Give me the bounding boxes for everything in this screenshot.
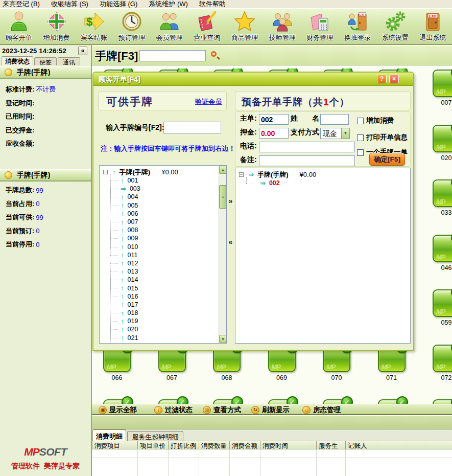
pay-method-select[interactable]: 现金 ▼ — [320, 128, 350, 139]
checkbox[interactable] — [357, 118, 364, 124]
tag-card[interactable]: MP ✓ 085 — [423, 398, 452, 404]
remark-input[interactable] — [259, 155, 355, 166]
menu-item[interactable]: 收银结算 (S) — [51, 0, 88, 9]
tab-consume-detail[interactable]: 消费明细 — [92, 429, 126, 441]
confirm-button[interactable]: 确定[F5] — [369, 153, 405, 166]
checkout-button[interactable]: $ 宾客结账 — [75, 9, 113, 44]
tree-root-row[interactable]: − ⇒ 手牌(手牌) ¥0.00 — [235, 170, 410, 179]
search-input[interactable] — [139, 50, 206, 61]
view-toolbar-button[interactable]: ↻ 刷新显示 — [251, 405, 290, 414]
tab-message[interactable]: 通讯 — [58, 57, 80, 65]
tag-card[interactable]: MP ✓ 079 — [94, 398, 149, 404]
deposit-input[interactable] — [259, 128, 289, 139]
dialog-help-button[interactable]: ? — [377, 75, 387, 83]
tree-item[interactable]: ↑ 012 — [100, 259, 226, 267]
tree-item[interactable]: ↑ 013 — [100, 267, 226, 276]
tree-item[interactable]: ↑ 019 — [100, 317, 226, 325]
tag-card[interactable]: MP ✓ 007 — [423, 69, 452, 124]
sidebar-collapse-button[interactable]: « — [78, 47, 87, 55]
tag-card[interactable]: MP ✓ 070 — [314, 344, 369, 399]
collapse-minus-icon[interactable]: − — [103, 170, 108, 174]
view-toolbar-button[interactable]: ↓ 过滤状态 — [154, 405, 193, 414]
menu-item[interactable]: 来宾登记 (B) — [3, 0, 40, 9]
table-column-header[interactable]: 打折比例 — [169, 441, 199, 449]
move-left-button[interactable]: « — [227, 238, 234, 246]
tag-number-input[interactable] — [163, 122, 221, 133]
business-query-button[interactable]: 营业查询 — [188, 9, 226, 44]
tag-card[interactable]: MP ✓ 083 — [314, 398, 369, 404]
tree-item[interactable]: ↑ 014 — [100, 276, 226, 284]
tree-item[interactable]: ↑ 009 — [100, 234, 226, 242]
tab-attendant-detail[interactable]: 服务生起钟明细 — [127, 431, 183, 441]
tag-card[interactable]: MP ✓ 082 — [259, 398, 314, 404]
finance-manage-button[interactable]: 财务管理 — [301, 9, 339, 44]
tree-item[interactable]: ↑ 018 — [100, 309, 226, 317]
tree-item[interactable]: ↑ 021 — [100, 334, 226, 342]
tree-item[interactable]: ↑ 022 — [100, 342, 226, 344]
table-column-header[interactable]: 消费时间 — [260, 441, 317, 449]
add-consume-button[interactable]: 增加消费 — [38, 9, 76, 44]
table-column-header[interactable]: 消费金额 — [230, 441, 260, 449]
tab-consume-status[interactable]: 消费状态 — [2, 56, 33, 65]
checkbox[interactable] — [357, 134, 364, 141]
tag-card[interactable]: MP ✓ 081 — [204, 398, 259, 404]
tab-memo[interactable]: 便签 — [34, 57, 57, 65]
scroll-up-button[interactable]: ▲ — [219, 166, 227, 174]
tag-card[interactable]: MP ✓ 020 — [423, 124, 452, 179]
scroll-down-button[interactable]: ▼ — [219, 335, 227, 343]
goods-manage-button[interactable]: 商品管理 — [226, 9, 264, 44]
tag-card[interactable]: MP ✓ 067 — [149, 344, 204, 399]
table-column-header[interactable]: 项目单价 — [138, 441, 169, 449]
scroll-thumb[interactable]: ≡ — [219, 185, 227, 209]
tag-card[interactable]: MP ✓ 084 — [369, 398, 424, 404]
tree-item[interactable]: ↑ 008 — [100, 226, 226, 234]
tree-item[interactable]: ↑ 007 — [100, 218, 226, 226]
dialog-title-bar[interactable]: 顾客开单[F4] ? × — [93, 73, 413, 86]
member-manage-button[interactable]: 会员管理 — [151, 9, 188, 44]
view-toolbar-button[interactable]: ⌂ 房态管理 — [302, 405, 341, 414]
view-toolbar-button[interactable]: ◎ 查看方式 — [203, 405, 241, 414]
tree-item[interactable]: ↑ 006 — [100, 210, 226, 218]
tree-item[interactable]: ↑ 010 — [100, 243, 226, 251]
booking-button[interactable]: 预订管理 — [113, 9, 151, 44]
tag-card[interactable]: MP ✓ 068 — [204, 344, 259, 399]
checkbox-option[interactable]: 增加消费 — [357, 116, 410, 126]
tag-card[interactable]: MP ✓ 080 — [149, 398, 204, 404]
tree-item[interactable]: ↑ 001 — [100, 176, 226, 185]
tag-card[interactable]: MP ✓ 059 — [423, 288, 452, 344]
tag-card[interactable]: MP ✓ 071 — [369, 344, 424, 399]
staff-manage-button[interactable]: 技师管理 — [264, 9, 301, 44]
system-settings-button[interactable]: 系统设置 — [376, 9, 414, 44]
table-column-header[interactable]: 记账人 — [346, 441, 452, 449]
tree-item[interactable]: ↑ 011 — [100, 251, 226, 259]
menu-item[interactable]: 软件帮助 — [199, 0, 226, 9]
table-column-header[interactable]: 消费数量 — [199, 441, 230, 449]
tag-card[interactable]: MP ✓ 046 — [423, 234, 452, 289]
table-column-header[interactable]: 服务生 — [317, 441, 346, 449]
tag-card[interactable]: MP ✓ 072 — [423, 344, 452, 399]
tree-item[interactable]: ↑ 020 — [100, 325, 226, 333]
tree-item[interactable]: ↑ 017 — [100, 301, 226, 309]
move-right-button[interactable]: » — [227, 197, 234, 205]
dialog-close-button[interactable]: × — [389, 75, 399, 83]
search-icon[interactable] — [210, 51, 220, 61]
dropdown-arrow-icon[interactable]: ▼ — [341, 128, 349, 139]
view-toolbar-button[interactable]: ▣ 显示全部 — [99, 405, 137, 414]
tree-root-row[interactable]: − ↑ 手牌(手牌) ¥0.00 — [100, 168, 226, 176]
tree-item[interactable]: ↑ 016 — [100, 292, 226, 301]
tree-item[interactable]: ⇒ 002 — [235, 179, 410, 187]
tree-item[interactable]: ↑ 004 — [100, 193, 226, 201]
table-column-header[interactable]: 消费项目 — [92, 441, 138, 449]
checkbox-option[interactable]: 打印开单信息 — [357, 132, 410, 143]
section-header-tag-status[interactable]: 手牌(手牌) — [0, 66, 91, 79]
tag-card[interactable]: MP ✓ 069 — [259, 344, 314, 399]
tag-card[interactable]: MP ✓ 033 — [423, 178, 452, 234]
tag-card[interactable]: MP ✓ 066 — [94, 344, 149, 399]
collapse-minus-icon[interactable]: − — [239, 172, 244, 177]
phone-input[interactable] — [259, 142, 355, 152]
tree-item[interactable]: ↑ 005 — [100, 201, 226, 210]
checkbox[interactable] — [357, 149, 364, 156]
section-header-tag-counts[interactable]: 手牌(手牌) — [0, 169, 91, 182]
tree-scrollbar[interactable]: ▲ ≡ ▼ — [219, 166, 226, 343]
main-order-input[interactable] — [259, 114, 289, 125]
